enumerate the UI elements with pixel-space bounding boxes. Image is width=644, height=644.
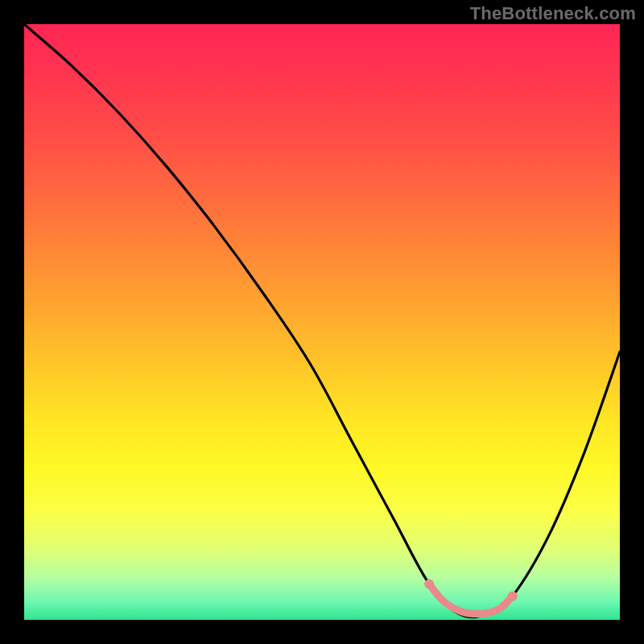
- watermark-text: TheBottleneck.com: [470, 3, 636, 24]
- plot-area: [24, 24, 620, 620]
- chart-svg: [24, 24, 620, 620]
- flat-highlight-line: [429, 584, 513, 614]
- v-curve-line: [24, 24, 620, 617]
- highlight-dot-left: [424, 580, 434, 589]
- chart-container: TheBottleneck.com: [0, 0, 644, 644]
- highlight-dot-right: [508, 591, 518, 601]
